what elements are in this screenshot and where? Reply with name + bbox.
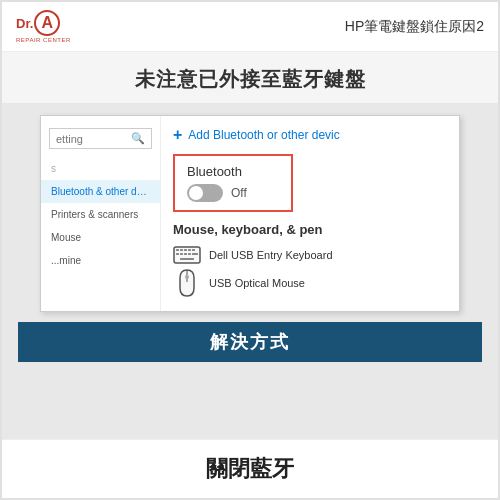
svg-rect-5 <box>192 249 195 251</box>
nav-item-more[interactable]: ...mine <box>41 249 160 272</box>
devices-section-title: Mouse, keyboard, & pen <box>173 222 447 237</box>
svg-rect-10 <box>192 253 198 255</box>
nav-item-mouse[interactable]: Mouse <box>41 226 160 249</box>
settings-panel: + Add Bluetooth or other devic Bluetooth… <box>161 116 459 311</box>
keyboard-icon <box>173 245 201 265</box>
svg-rect-9 <box>188 253 191 255</box>
svg-rect-1 <box>176 249 179 251</box>
mouse-icon <box>173 273 201 293</box>
page-root: Dr. A REPAIR CENTER HP筆電鍵盤鎖住原因2 未注意已外接至藍… <box>0 0 500 500</box>
keyboard-device-name: Dell USB Entry Keyboard <box>209 249 333 261</box>
search-icon: 🔍 <box>131 132 145 145</box>
svg-rect-6 <box>176 253 179 255</box>
device-keyboard: Dell USB Entry Keyboard <box>173 245 447 265</box>
search-bar[interactable]: 🔍 <box>49 128 152 149</box>
svg-rect-7 <box>180 253 183 255</box>
svg-point-13 <box>185 275 189 279</box>
svg-rect-2 <box>180 249 183 251</box>
bluetooth-label: Bluetooth <box>187 164 279 179</box>
toggle-thumb <box>189 186 203 200</box>
settings-nav: 🔍 s Bluetooth & other devices Printers &… <box>41 116 161 311</box>
toggle-row: Off <box>187 184 279 202</box>
add-device-label: Add Bluetooth or other devic <box>188 128 339 142</box>
logo-a-text: A <box>42 14 54 32</box>
logo-area: Dr. A REPAIR CENTER <box>16 10 71 43</box>
bluetooth-toggle[interactable] <box>187 184 223 202</box>
device-mouse: USB Optical Mouse <box>173 273 447 293</box>
svg-rect-4 <box>188 249 191 251</box>
bottom-section: 解決方式 <box>18 312 482 362</box>
subtitle-area: 未注意已外接至藍牙鍵盤 <box>2 52 498 103</box>
solution-banner: 解決方式 <box>18 322 482 362</box>
search-input[interactable] <box>56 133 131 145</box>
nav-item-bluetooth[interactable]: Bluetooth & other devices <box>41 180 160 203</box>
mouse-device-name: USB Optical Mouse <box>209 277 305 289</box>
solution-cta: 關閉藍牙 <box>2 439 498 498</box>
settings-window: 🔍 s Bluetooth & other devices Printers &… <box>40 115 460 312</box>
header: Dr. A REPAIR CENTER HP筆電鍵盤鎖住原因2 <box>2 2 498 52</box>
subtitle-text: 未注意已外接至藍牙鍵盤 <box>12 66 488 93</box>
svg-rect-3 <box>184 249 187 251</box>
logo-sub-text: REPAIR CENTER <box>16 37 71 43</box>
nav-item-s[interactable]: s <box>41 157 160 180</box>
logo-circle: A <box>34 10 60 36</box>
svg-rect-8 <box>184 253 187 255</box>
main-content: 🔍 s Bluetooth & other devices Printers &… <box>2 103 498 439</box>
logo-dr-text: Dr. <box>16 16 33 31</box>
header-title: HP筆電鍵盤鎖住原因2 <box>345 18 484 36</box>
svg-rect-11 <box>180 258 194 260</box>
add-device-button[interactable]: + Add Bluetooth or other devic <box>173 126 447 144</box>
nav-list: s Bluetooth & other devices Printers & s… <box>41 157 160 272</box>
toggle-state-label: Off <box>231 186 247 200</box>
plus-icon: + <box>173 126 182 144</box>
nav-item-printers[interactable]: Printers & scanners <box>41 203 160 226</box>
bluetooth-box: Bluetooth Off <box>173 154 293 212</box>
